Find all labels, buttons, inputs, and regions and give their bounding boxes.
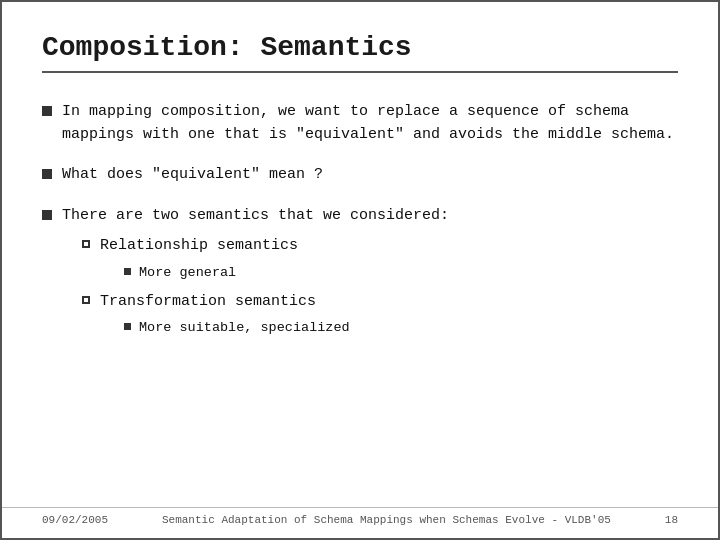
bullet-item-2: What does "equivalent" mean ? (42, 164, 678, 187)
slide-content: In mapping composition, we want to repla… (42, 101, 678, 339)
sub-list: Relationship semantics More general (62, 235, 449, 339)
bullet-text-3: There are two semantics that we consider… (62, 205, 449, 228)
bullet-item-3: There are two semantics that we consider… (42, 205, 678, 339)
bullet-text-2: What does "equivalent" mean ? (62, 164, 323, 187)
footer-description: Semantic Adaptation of Schema Mappings w… (162, 514, 611, 526)
sub-bullet-icon-2 (82, 296, 90, 304)
sub-sub-bullet-item-2: More suitable, specialized (124, 318, 350, 338)
footer-date: 09/02/2005 (42, 514, 108, 526)
sub-sub-bullet-icon-2 (124, 323, 131, 330)
sub-sub-list-2: More suitable, specialized (100, 318, 350, 338)
bullet-icon-1 (42, 106, 52, 116)
bullet-icon-3 (42, 210, 52, 220)
sub-sub-bullet-icon-1 (124, 268, 131, 275)
sub-sub-bullet-item-1: More general (124, 263, 298, 283)
sub-bullet-text-1: Relationship semantics (100, 235, 298, 258)
bullet-icon-2 (42, 169, 52, 179)
sub-sub-list-1: More general (100, 263, 298, 283)
sub-sub-bullet-text-1: More general (139, 263, 236, 283)
sub-bullet-item-2: Transformation semantics More suitable, … (82, 291, 449, 339)
bullet-item-1: In mapping composition, we want to repla… (42, 101, 678, 146)
slide-footer: 09/02/2005 Semantic Adaptation of Schema… (2, 507, 718, 526)
bullet-text-1: In mapping composition, we want to repla… (62, 101, 678, 146)
slide-title: Composition: Semantics (42, 32, 678, 73)
sub-sub-bullet-text-2: More suitable, specialized (139, 318, 350, 338)
footer-page: 18 (665, 514, 678, 526)
sub-bullet-icon-1 (82, 240, 90, 248)
sub-bullet-item-1: Relationship semantics More general (82, 235, 449, 283)
sub-bullet-text-2: Transformation semantics (100, 291, 350, 314)
slide: Composition: Semantics In mapping compos… (0, 0, 720, 540)
